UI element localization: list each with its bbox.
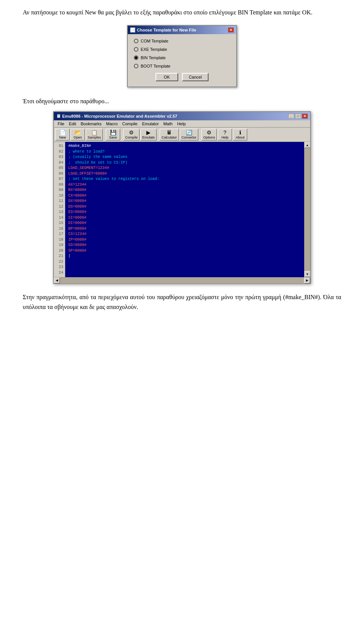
emu-window-container: 🖥 Emu8086 - Microprocessor Emulator and … bbox=[23, 111, 341, 284]
scroll-right-button[interactable]: ▶ bbox=[304, 278, 310, 284]
radio-bin-template[interactable]: BIN Template bbox=[134, 55, 230, 60]
code-line: | bbox=[68, 254, 301, 259]
code-line: SS=0000# bbox=[68, 243, 301, 248]
toolbar-emulate-button[interactable]: ▶ Emulate bbox=[140, 129, 157, 140]
choose-template-dialog: 📄 Choose Template for New File ✕ COM Tem… bbox=[127, 25, 237, 87]
open-icon: 📂 bbox=[75, 130, 81, 135]
bottom-paragraph: Στην πραγματικότητα, από τα περιεχόμενα … bbox=[23, 292, 341, 312]
dialog-close-button[interactable]: ✕ bbox=[228, 27, 234, 33]
code-line: ; where to load? bbox=[68, 149, 301, 155]
menu-bookmarks[interactable]: Bookmarks bbox=[78, 121, 104, 126]
line-numbers: 0102030405060708091011121314151617181920… bbox=[54, 142, 65, 277]
code-line: DX=0000# bbox=[68, 199, 301, 204]
dialog-body: COM Template EXE Template BIN Template B… bbox=[128, 34, 236, 87]
emu-maximize-button[interactable]: □ bbox=[295, 114, 301, 119]
samples-icon: 📋 bbox=[91, 130, 97, 135]
new-icon: 📄 bbox=[60, 130, 66, 135]
toolbar-compile-label: Compile bbox=[125, 136, 138, 139]
toolbar-save-button[interactable]: 💾 Save bbox=[106, 129, 120, 140]
toolbar-samples-label: Samples bbox=[88, 136, 101, 139]
code-line: ; set these values to registers on load: bbox=[68, 177, 301, 182]
scroll-up-button[interactable]: ▲ bbox=[304, 142, 311, 148]
code-line: IP=0000# bbox=[68, 237, 301, 243]
code-line: CX=0000# bbox=[68, 193, 301, 199]
code-editor-area: 0102030405060708091011121314151617181920… bbox=[54, 142, 310, 277]
cancel-button[interactable]: Cancel bbox=[182, 73, 209, 81]
radio-circle-boot bbox=[134, 64, 138, 68]
dialog-title-text: Choose Template for New File bbox=[137, 28, 196, 32]
emu-titlebar: 🖥 Emu8086 - Microprocessor Emulator and … bbox=[54, 112, 310, 120]
toolbar-open-button[interactable]: 📂 Open bbox=[71, 129, 85, 140]
menu-emulator[interactable]: Emulator bbox=[140, 121, 161, 126]
toolbar-samples-button[interactable]: 📋 Samples bbox=[86, 129, 103, 140]
save-icon: 💾 bbox=[110, 130, 116, 135]
code-line: AX=1234# bbox=[68, 182, 301, 188]
code-line: LOAD_SEGMENT=1234# bbox=[68, 166, 301, 171]
emu-toolbar: 📄 New 📂 Open 📋 Samples 💾 Save ⚙ Compile bbox=[54, 128, 310, 142]
emu-titlebar-left: 🖥 Emu8086 - Microprocessor Emulator and … bbox=[56, 114, 177, 119]
options-icon: ⚙ bbox=[207, 130, 212, 135]
toolbar-new-button[interactable]: 📄 New bbox=[55, 129, 70, 140]
radio-circle-com bbox=[134, 39, 138, 43]
radio-exe-template[interactable]: EXE Template bbox=[134, 47, 230, 52]
code-line: DI=0000# bbox=[68, 221, 301, 226]
help-icon: ? bbox=[223, 130, 226, 135]
menu-file[interactable]: File bbox=[55, 121, 67, 126]
toolbar-calculator-button[interactable]: 🖩 Calculator bbox=[160, 129, 179, 140]
titlebar-left: 📄 Choose Template for New File bbox=[130, 27, 196, 33]
toolbar-options-label: Options bbox=[203, 136, 215, 139]
radio-label-exe: EXE Template bbox=[141, 47, 167, 52]
code-line: ; should be set to CS:IP) bbox=[68, 160, 301, 166]
code-line: BP=0000# bbox=[68, 226, 301, 232]
code-line: SP=0000# bbox=[68, 248, 301, 254]
horizontal-scrollbar[interactable]: ◀ ▶ bbox=[54, 277, 310, 283]
section-paragraph: Έτσι οδηγούμαστε στο παράθυρο... bbox=[23, 96, 341, 106]
radio-boot-template[interactable]: BOOT Template bbox=[134, 64, 230, 68]
compile-icon: ⚙ bbox=[129, 130, 134, 135]
emu-window-buttons: _ □ ✕ bbox=[288, 114, 308, 119]
code-line: #make_BIN# bbox=[68, 143, 301, 149]
toolbar-help-label: Help bbox=[221, 136, 229, 139]
code-line: LOAD_OFFSET=0000# bbox=[68, 171, 301, 177]
menu-help[interactable]: Help bbox=[175, 121, 188, 126]
emu-close-button[interactable]: ✕ bbox=[302, 114, 308, 119]
toolbar-about-button[interactable]: ℹ About bbox=[233, 129, 247, 140]
emu-titlebar-icon: 🖥 bbox=[56, 114, 61, 119]
menu-edit[interactable]: Edit bbox=[67, 121, 78, 126]
ok-button[interactable]: OK bbox=[155, 73, 178, 81]
scroll-track-vertical bbox=[304, 148, 311, 271]
vertical-scrollbar[interactable]: ▲ ▼ bbox=[304, 142, 310, 277]
toolbar-help-button[interactable]: ? Help bbox=[218, 129, 232, 140]
toolbar-about-label: About bbox=[235, 136, 245, 139]
emulate-icon: ▶ bbox=[146, 130, 151, 135]
toolbar-compile-button[interactable]: ⚙ Compile bbox=[123, 129, 140, 140]
menu-math[interactable]: Math bbox=[161, 121, 175, 126]
toolbar-new-label: New bbox=[59, 136, 66, 139]
menu-compile[interactable]: Compile bbox=[120, 121, 140, 126]
radio-circle-bin bbox=[134, 55, 138, 60]
toolbar-open-label: Open bbox=[74, 136, 82, 139]
menu-macro[interactable]: Macro bbox=[104, 121, 120, 126]
toolbar-calculator-label: Calculator bbox=[162, 136, 177, 139]
radio-com-template[interactable]: COM Template bbox=[134, 39, 230, 43]
toolbar-convertor-button[interactable]: 🔄 Convertor bbox=[180, 129, 199, 140]
dialog-title-icon: 📄 bbox=[130, 27, 135, 33]
dialog-container: 📄 Choose Template for New File ✕ COM Tem… bbox=[23, 25, 341, 87]
scroll-down-button[interactable]: ▼ bbox=[304, 271, 311, 277]
calculator-icon: 🖩 bbox=[166, 130, 172, 135]
convertor-icon: 🔄 bbox=[186, 130, 192, 135]
code-line: BX=0000# bbox=[68, 188, 301, 193]
code-line: SI=0000# bbox=[68, 215, 301, 221]
toolbar-emulate-label: Emulate bbox=[142, 136, 155, 139]
dialog-buttons: OK Cancel bbox=[134, 73, 230, 83]
code-line: ; (usually the same values bbox=[68, 155, 301, 160]
radio-label-com: COM Template bbox=[141, 39, 168, 43]
code-area[interactable]: #make_BIN#; where to load?; (usually the… bbox=[65, 142, 304, 277]
emu8086-window: 🖥 Emu8086 - Microprocessor Emulator and … bbox=[53, 111, 311, 284]
code-line: CS=1234# bbox=[68, 232, 301, 237]
toolbar-options-button[interactable]: ⚙ Options bbox=[201, 129, 217, 140]
toolbar-convertor-label: Convertor bbox=[182, 136, 197, 139]
code-line: DS=0000# bbox=[68, 204, 301, 210]
emu-minimize-button[interactable]: _ bbox=[288, 114, 294, 119]
scroll-left-button[interactable]: ◀ bbox=[54, 278, 60, 284]
